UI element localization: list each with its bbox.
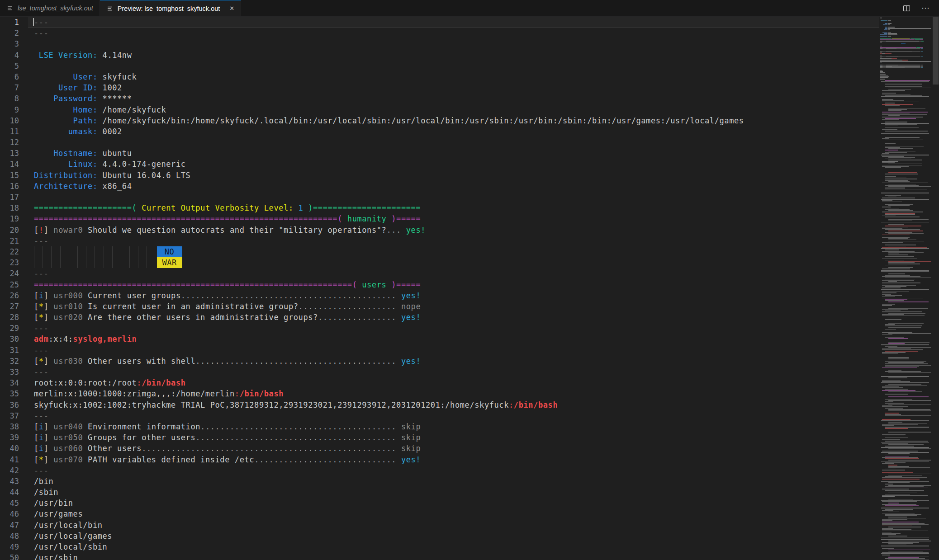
line-text: Architecture: x86_64 — [34, 181, 132, 192]
line-text: ====================( Current Output Ver… — [34, 202, 421, 213]
line-number: 42 — [0, 465, 19, 476]
code-line-42[interactable]: 42--- — [0, 465, 939, 476]
tab-preview-lse-tomghost-skyfuck-out[interactable]: Preview: lse_tomghost_skyfuck.out ✕ — [100, 0, 241, 16]
line-text: --- — [34, 345, 48, 356]
code-line-9[interactable]: 9 Home: /home/skyfuck — [0, 104, 939, 115]
line-number: 20 — [0, 225, 19, 235]
line-number: 35 — [0, 388, 19, 399]
code-line-5[interactable]: 5 — [0, 61, 939, 71]
vscode-window: lse_tomghost_skyfuck.out Preview: lse_to… — [0, 0, 939, 560]
code-line-38[interactable]: 38[i] usr040 Environment information....… — [0, 421, 939, 432]
indent-guide — [129, 246, 138, 257]
code-line-35[interactable]: 35merlin:x:1000:1000:zrimga,,,:/home/mer… — [0, 388, 939, 399]
line-number: 48 — [0, 531, 19, 541]
line-text: User ID: 1002 — [34, 82, 122, 93]
line-text: [i] usr040 Environment information......… — [34, 421, 421, 432]
indent-guide — [104, 246, 112, 257]
code-line-39[interactable]: 39[i] usr050 Groups for other users.....… — [0, 432, 939, 443]
line-number: 13 — [0, 148, 19, 159]
code-line-40[interactable]: 40[i] usr060 Other users................… — [0, 443, 939, 454]
code-line-3[interactable]: 3 — [0, 38, 939, 49]
code-line-20[interactable]: 20[!] nowar0 Should we question autocrat… — [0, 225, 939, 235]
code-line-33[interactable]: 33--- — [0, 367, 939, 377]
line-number: 33 — [0, 367, 19, 377]
code-line-7[interactable]: 7 User ID: 1002 — [0, 82, 939, 93]
code-line-23[interactable]: 23WAR — [0, 257, 939, 268]
code-line-48[interactable]: 48/usr/local/games — [0, 531, 939, 541]
close-icon[interactable]: ✕ — [229, 5, 234, 12]
code-line-41[interactable]: 41[*] usr070 PATH variables defined insi… — [0, 454, 939, 465]
line-text: Linux: 4.4.0-174-generic — [34, 159, 186, 169]
code-line-37[interactable]: 37--- — [0, 410, 939, 421]
indent-guide — [121, 246, 129, 257]
line-number: 38 — [0, 421, 19, 432]
code-line-30[interactable]: 30adm:x:4:syslog,merlin — [0, 334, 939, 344]
code-line-6[interactable]: 6 User: skyfuck — [0, 71, 939, 82]
code-line-22[interactable]: 22NO — [0, 246, 939, 257]
indent-guide — [43, 257, 51, 268]
code-line-25[interactable]: 25======================================… — [0, 279, 939, 290]
split-editor-icon[interactable] — [903, 5, 911, 12]
code-line-10[interactable]: 10 Path: /home/skyfuck/bin:/home/skyfuck… — [0, 115, 939, 126]
line-text: adm:x:4:syslog,merlin — [34, 334, 137, 344]
code-line-2[interactable]: 2--- — [0, 28, 939, 38]
code-line-29[interactable]: 29--- — [0, 323, 939, 334]
indent-guide — [86, 257, 95, 268]
code-line-4[interactable]: 4 LSE Version: 4.14nw — [0, 50, 939, 61]
code-line-18[interactable]: 18====================( Current Output V… — [0, 202, 939, 213]
code-line-47[interactable]: 47/usr/local/bin — [0, 520, 939, 531]
vertical-scrollbar[interactable] — [932, 17, 939, 560]
code-line-12[interactable]: 12 — [0, 137, 939, 148]
code-line-46[interactable]: 46/usr/games — [0, 508, 939, 519]
code-line-19[interactable]: 19======================================… — [0, 213, 939, 224]
line-text: /usr/local/sbin — [34, 541, 107, 552]
code-line-11[interactable]: 11 umask: 0002 — [0, 126, 939, 137]
code-line-24[interactable]: 24--- — [0, 268, 939, 279]
more-actions-icon[interactable]: ⋯ — [921, 4, 930, 12]
line-number: 49 — [0, 541, 19, 552]
indent-guide — [43, 246, 51, 257]
line-number: 11 — [0, 126, 19, 137]
minimap[interactable] — [880, 17, 932, 560]
code-line-27[interactable]: 27[*] usr010 Is current user in an admin… — [0, 301, 939, 312]
line-text: /usr/games — [34, 508, 83, 519]
code-line-17[interactable]: 17 — [0, 192, 939, 202]
editor-content[interactable]: 1---2---34 LSE Version: 4.14nw56 User: s… — [0, 17, 939, 560]
line-number: 24 — [0, 268, 19, 279]
line-text: LSE Version: 4.14nw — [34, 50, 132, 61]
tab-lse-tomghost-skyfuck-out[interactable]: lse_tomghost_skyfuck.out — [0, 0, 100, 16]
code-line-8[interactable]: 8 Password: ****** — [0, 93, 939, 104]
code-line-36[interactable]: 36skyfuck:x:1002:1002:tryhackme TRIAL Po… — [0, 400, 939, 410]
line-text: Path: /home/skyfuck/bin:/home/skyfuck/.l… — [34, 115, 744, 126]
code-line-26[interactable]: 26[i] usr000 Current user groups........… — [0, 290, 939, 301]
line-text: [*] usr010 Is current user in an adminis… — [34, 301, 421, 312]
editor-actions: ⋯ — [903, 0, 939, 16]
scrollbar-thumb[interactable] — [933, 17, 939, 85]
line-number: 47 — [0, 520, 19, 531]
code-line-14[interactable]: 14 Linux: 4.4.0-174-generic — [0, 159, 939, 169]
code-line-32[interactable]: 32[*] usr030 Other users with shell.....… — [0, 356, 939, 367]
code-line-28[interactable]: 28[*] usr020 Are there other users in ad… — [0, 312, 939, 323]
indent-guide — [77, 246, 86, 257]
code-line-50[interactable]: 50/usr/sbin — [0, 552, 939, 560]
code-line-49[interactable]: 49/usr/local/sbin — [0, 541, 939, 552]
line-number: 50 — [0, 552, 19, 560]
code-line-43[interactable]: 43/bin — [0, 476, 939, 487]
line-text: NO — [34, 246, 182, 257]
line-text: --- — [34, 17, 48, 28]
code-line-16[interactable]: 16Architecture: x86_64 — [0, 181, 939, 192]
code-line-21[interactable]: 21--- — [0, 235, 939, 246]
line-number: 37 — [0, 410, 19, 421]
code-line-44[interactable]: 44/sbin — [0, 487, 939, 498]
line-text: [*] usr030 Other users with shell.......… — [34, 356, 421, 367]
indent-guide — [104, 257, 112, 268]
line-number: 19 — [0, 213, 19, 224]
code-line-15[interactable]: 15Distribution: Ubuntu 16.04.6 LTS — [0, 170, 939, 181]
line-number: 2 — [0, 28, 19, 38]
code-line-31[interactable]: 31--- — [0, 345, 939, 356]
indent-guide — [69, 257, 77, 268]
code-line-45[interactable]: 45/usr/bin — [0, 498, 939, 508]
code-line-13[interactable]: 13 Hostname: ubuntu — [0, 148, 939, 159]
code-line-34[interactable]: 34root:x:0:0:root:/root:/bin/bash — [0, 377, 939, 388]
code-line-1[interactable]: 1--- — [0, 17, 939, 28]
